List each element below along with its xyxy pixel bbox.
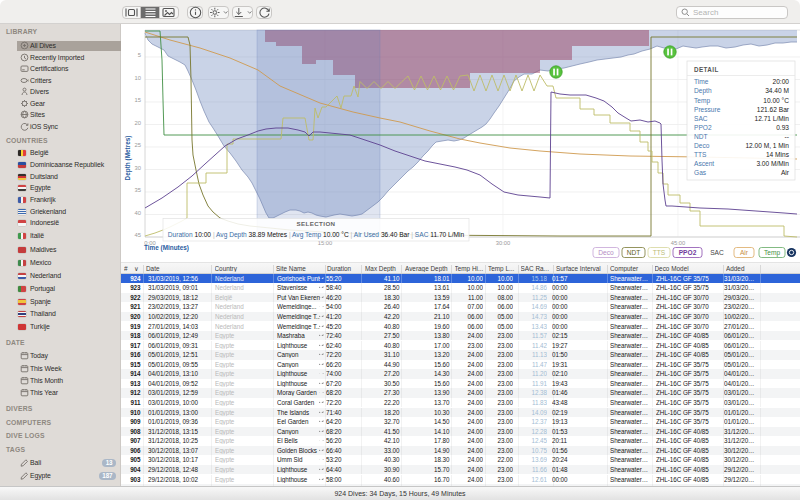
svg-text:PPO2: PPO2 [694, 124, 712, 131]
svg-text:15: 15 [135, 97, 141, 103]
svg-text:--: -- [785, 133, 789, 140]
svg-text:Duration 10:00 | Avg Depth 38.: Duration 10:00 | Avg Depth 38.89 Metres … [168, 231, 465, 239]
svg-text:35: 35 [135, 187, 141, 193]
svg-text:45: 45 [135, 232, 141, 238]
svg-text:Temp: Temp [694, 97, 710, 105]
svg-text:12.71 L/Min: 12.71 L/Min [755, 115, 790, 122]
svg-text:Deco: Deco [598, 249, 614, 256]
svg-text:30:00: 30:00 [496, 240, 511, 246]
svg-text:12.00 M, 1 Min: 12.00 M, 1 Min [745, 142, 789, 149]
svg-text:10: 10 [135, 75, 141, 81]
svg-text:10.00 °C: 10.00 °C [763, 97, 789, 104]
svg-text:SAC: SAC [694, 115, 708, 122]
svg-text:TTS: TTS [694, 151, 707, 158]
svg-text:NDT: NDT [627, 249, 641, 256]
svg-text:Time: Time [694, 78, 709, 85]
svg-text:DETAIL: DETAIL [694, 66, 719, 73]
svg-text:20: 20 [135, 120, 141, 126]
svg-text:40: 40 [135, 210, 141, 216]
svg-text:0.93: 0.93 [776, 124, 789, 131]
svg-text:Air: Air [740, 249, 749, 256]
svg-text:Temp: Temp [764, 249, 780, 257]
svg-text:20:00: 20:00 [772, 78, 789, 85]
svg-text:NDT: NDT [694, 133, 708, 140]
svg-text:Deco: Deco [694, 142, 710, 149]
svg-text:Depth (Metres): Depth (Metres) [124, 136, 132, 181]
svg-text:45:00: 45:00 [671, 240, 686, 246]
svg-text:SAC: SAC [710, 249, 724, 256]
svg-text:121.62 Bar: 121.62 Bar [757, 106, 790, 113]
svg-text:Air: Air [781, 169, 790, 176]
svg-text:Depth: Depth [694, 87, 712, 95]
svg-text:25: 25 [135, 142, 141, 148]
svg-text:Ascent: Ascent [694, 160, 714, 167]
svg-text:5: 5 [138, 52, 141, 58]
svg-text:Pressure: Pressure [694, 106, 721, 113]
svg-text:3.00 M/Min: 3.00 M/Min [756, 160, 789, 167]
svg-text:34.40 M: 34.40 M [765, 87, 789, 94]
svg-text:SELECTION: SELECTION [296, 220, 335, 227]
svg-text:PPO2: PPO2 [679, 249, 697, 256]
svg-text:Time (Minutes): Time (Minutes) [144, 244, 189, 252]
svg-text:30: 30 [135, 165, 141, 171]
svg-text:Gas: Gas [694, 169, 707, 176]
svg-text:TTS: TTS [653, 249, 666, 256]
svg-text:14 Mins: 14 Mins [766, 151, 790, 158]
